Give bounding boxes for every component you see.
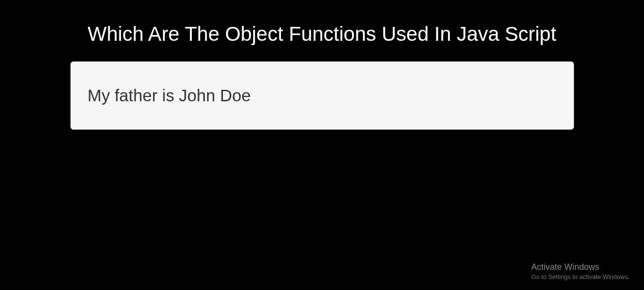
output-panel: My father is John Doe	[70, 61, 574, 130]
windows-activation-watermark: Activate Windows Go to Settings to activ…	[531, 262, 630, 280]
watermark-title: Activate Windows	[531, 262, 630, 272]
page-title: Which Are The Object Functions Used In J…	[82, 0, 562, 47]
output-text: My father is John Doe	[88, 86, 557, 105]
watermark-subtitle: Go to Settings to activate Windows.	[531, 273, 630, 280]
